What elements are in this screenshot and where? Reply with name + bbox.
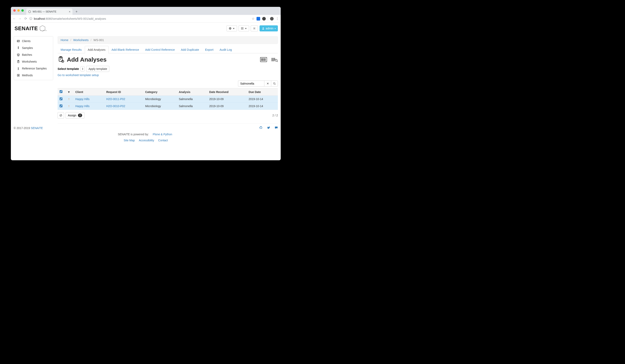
social-links	[259, 126, 278, 130]
tab-add-control-reference[interactable]: Add Control Reference	[142, 46, 178, 53]
breadcrumb-worksheets[interactable]: Worksheets	[73, 38, 89, 42]
tab-add-duplicate[interactable]: Add Duplicate	[178, 46, 202, 53]
url-port: :8080	[45, 17, 52, 20]
tab-export[interactable]: Export	[202, 46, 217, 53]
nav-methods[interactable]: Methods	[14, 72, 53, 79]
maximize-window-icon[interactable]	[21, 9, 24, 12]
search-button[interactable]	[271, 81, 278, 87]
row-checkbox[interactable]	[60, 104, 62, 107]
client-link[interactable]: Happy Hills	[75, 97, 90, 101]
settings-button[interactable]	[251, 25, 258, 31]
site-info-icon[interactable]: ⓘ	[30, 17, 32, 21]
pin-icon	[17, 67, 20, 70]
extension-icon[interactable]	[256, 17, 260, 21]
nav-batches[interactable]: Batches	[14, 51, 53, 58]
svg-rect-7	[242, 28, 242, 29]
accessibility-link[interactable]: Accessibility	[139, 139, 154, 142]
minimize-window-icon[interactable]	[17, 9, 20, 12]
back-icon[interactable]: ←	[12, 17, 16, 21]
clear-search-button[interactable]: ✕	[264, 81, 271, 87]
template-select[interactable]: ▲▼	[81, 66, 85, 71]
copyright-text: © 2017-2019	[14, 126, 31, 130]
request-link[interactable]: H2O-0011-P02	[106, 97, 125, 101]
nav-worksheets[interactable]: Worksheets	[14, 58, 53, 65]
address-bar[interactable]: ⓘ localhost:8080/senaite/worksheets/WS-0…	[30, 17, 250, 21]
caret-down-icon: ▼	[233, 27, 235, 30]
user-label: admin	[266, 27, 273, 30]
nav-label: Clients	[22, 39, 31, 43]
breadcrumb-separator: /	[70, 38, 71, 42]
row-checkbox[interactable]	[60, 97, 62, 100]
svg-rect-10	[242, 29, 242, 30]
app-container: SENAITE LIMS ▼ ▼ admin	[11, 23, 281, 146]
select-all-checkbox[interactable]	[60, 90, 62, 93]
received-header[interactable]: Date Received	[207, 88, 247, 96]
reload-icon[interactable]: ⟳	[24, 17, 27, 21]
twitter-link[interactable]	[267, 126, 270, 130]
close-tab-icon[interactable]: ×	[69, 10, 70, 13]
barcode-search-icon[interactable]	[271, 57, 278, 62]
close-icon: ✕	[267, 82, 269, 85]
client-link[interactable]: Happy Hills	[75, 104, 90, 108]
logo-subtext: LIMS	[40, 30, 47, 31]
contact-link[interactable]: Contact	[158, 139, 168, 142]
language-button[interactable]: ▼	[226, 25, 237, 31]
breadcrumb-home[interactable]: Home	[61, 38, 68, 42]
sort-header[interactable]: ▼	[64, 88, 73, 96]
plone-link[interactable]: Plone & Python	[153, 133, 172, 136]
due-cell: 2019-10-14	[247, 96, 278, 103]
client-header[interactable]: Client	[73, 88, 104, 96]
user-menu-button[interactable]: admin ▾	[259, 25, 278, 31]
svg-rect-8	[243, 28, 243, 29]
svg-point-12	[254, 28, 255, 29]
user-icon	[262, 27, 265, 30]
select-all-header	[58, 88, 64, 96]
assign-count-badge: 2	[78, 114, 82, 117]
sitemap-link[interactable]: Site Map	[124, 139, 135, 142]
analysis-header[interactable]: Analysis	[177, 88, 207, 96]
svg-rect-6	[241, 28, 242, 29]
assign-button[interactable]: Assign 2	[66, 112, 84, 119]
nav-label: Worksheets	[22, 60, 37, 63]
apps-button[interactable]: ▼	[239, 25, 249, 31]
list-icon	[17, 74, 20, 77]
footer-brand-link[interactable]: SENAITE	[31, 126, 43, 130]
nav-label: Samples	[22, 46, 33, 50]
forward-icon[interactable]: →	[18, 17, 22, 21]
request-header[interactable]: Request ID	[104, 88, 143, 96]
favicon-icon	[28, 10, 31, 13]
new-tab-button[interactable]: +	[74, 9, 79, 14]
tab-add-analyses[interactable]: Add Analyses	[85, 46, 109, 53]
barcode-icon[interactable]	[260, 57, 267, 62]
svg-point-15	[18, 41, 18, 41]
profile-avatar-icon[interactable]	[270, 17, 274, 21]
main-content: Home / Worksheets / WS-001 Manage Result…	[58, 36, 278, 126]
close-window-icon[interactable]	[13, 9, 16, 12]
clear-selection-button[interactable]	[58, 112, 64, 119]
category-header[interactable]: Category	[143, 88, 177, 96]
due-header[interactable]: Due Date	[247, 88, 278, 96]
app-logo[interactable]: SENAITE LIMS	[14, 25, 54, 32]
nav-clients[interactable]: Clients	[14, 38, 53, 44]
cancel-icon	[59, 114, 62, 117]
extension-icon[interactable]	[262, 17, 266, 21]
request-link[interactable]: H2O-0010-P02	[106, 104, 125, 108]
chevron-down-icon: ▼	[82, 69, 83, 70]
header-actions: ▼ ▼ admin ▾	[226, 25, 278, 31]
nav-reference-samples[interactable]: Reference Samples	[14, 65, 53, 72]
browser-tab[interactable]: WS-001 — SENAITE ×	[26, 8, 72, 15]
tab-add-blank-reference[interactable]: Add Blank Reference	[109, 46, 142, 53]
github-link[interactable]	[259, 126, 263, 130]
browser-menu-icon[interactable]: ⋮	[276, 17, 279, 21]
search-input[interactable]	[238, 81, 264, 87]
tab-audit-log[interactable]: Audit Log	[217, 46, 235, 53]
caret-down-icon: ▼	[245, 27, 247, 30]
apply-template-button[interactable]: Apply template	[86, 66, 109, 72]
template-setup-link[interactable]: Go to worksheet template setup	[58, 73, 99, 77]
bookmark-icon[interactable]: ☆	[252, 17, 254, 21]
tab-manage-results[interactable]: Manage Results	[58, 46, 85, 53]
nav-samples[interactable]: Samples	[14, 44, 53, 51]
chat-link[interactable]	[275, 126, 278, 130]
priority-up-icon: ↑	[68, 104, 70, 108]
select-template-label: Select template	[58, 67, 79, 70]
